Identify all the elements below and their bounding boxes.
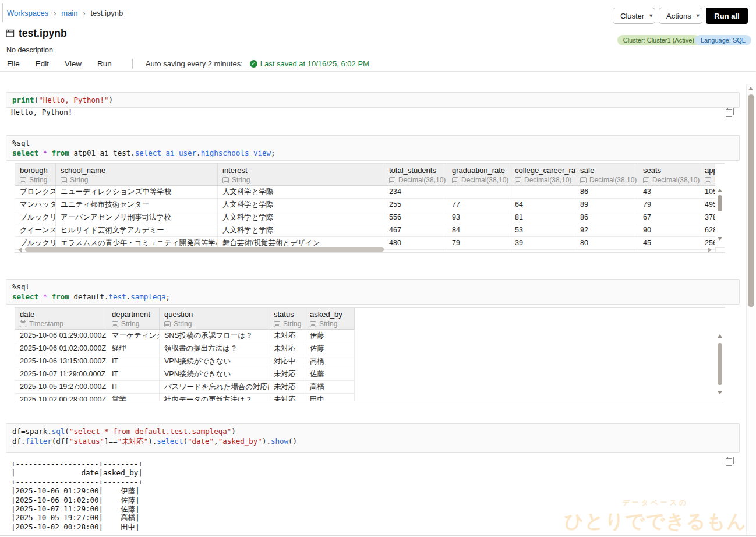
cluster-dropdown-button[interactable]: Cluster ▼ bbox=[613, 8, 655, 24]
copy-icon[interactable] bbox=[726, 457, 734, 466]
breadcrumb-current-file: test.ipynb bbox=[90, 9, 123, 17]
table-cell: 67 bbox=[638, 211, 700, 224]
table-cell: 人文科学と学際 bbox=[218, 186, 384, 199]
copy-icon[interactable] bbox=[726, 108, 734, 117]
page-title: test.ipynb bbox=[19, 27, 67, 40]
table-header-cell: dateTimestamp bbox=[15, 308, 107, 330]
table-cell: 経理 bbox=[107, 342, 160, 355]
scroll-up-icon[interactable] bbox=[748, 87, 753, 90]
table-cell: 田中 bbox=[305, 394, 355, 401]
code-cell-4-editor[interactable]: df=spark.sql("select * from default.test… bbox=[6, 423, 740, 453]
scroll-left-icon[interactable] bbox=[18, 248, 22, 252]
code-cell-3-editor[interactable]: %sqlselect * from default.test.sampleqa; bbox=[6, 279, 740, 305]
table-cell: 45 bbox=[638, 237, 700, 250]
scroll-up-icon[interactable] bbox=[718, 189, 722, 192]
table-cell: 84 bbox=[447, 224, 510, 237]
menu-run[interactable]: Run bbox=[97, 59, 112, 68]
cell-4-output: +-------------------+--------+ | date|as… bbox=[11, 460, 143, 531]
menu-view[interactable]: View bbox=[65, 59, 82, 68]
title-row: test.ipynb bbox=[6, 27, 67, 40]
table-header-cell: applicationsDecimal(38,10) bbox=[700, 164, 715, 186]
menu-edit[interactable]: Edit bbox=[36, 59, 49, 68]
cluster-status-badge: Cluster: Cluster1 (Active) bbox=[617, 35, 700, 45]
scroll-down-icon[interactable] bbox=[718, 391, 722, 394]
menubar-divider bbox=[132, 59, 133, 69]
table-cell: 53 bbox=[510, 224, 575, 237]
table-cell: 佐藤 bbox=[305, 368, 355, 381]
table-cell: 領収書の提出方法は？ bbox=[160, 342, 269, 355]
decimal-type-icon bbox=[705, 177, 711, 183]
table-cell: ブルックリン bbox=[15, 211, 56, 224]
table-cell: 93 bbox=[447, 211, 510, 224]
table-cell: 営業 bbox=[107, 394, 160, 401]
table1-vertical-scrollbar-thumb[interactable] bbox=[718, 195, 722, 211]
panel-edge-line bbox=[2, 3, 3, 22]
string-type-icon bbox=[112, 321, 118, 327]
breadcrumb-workspaces-link[interactable]: Workspaces bbox=[7, 9, 48, 17]
page-scrollbar[interactable] bbox=[746, 84, 755, 534]
actions-button-label: Actions bbox=[666, 12, 691, 20]
table-row: 2025-10-06 01:02:00.000Z経理領収書の提出方法は？未対応佐… bbox=[15, 342, 715, 355]
run-all-button[interactable]: Run all bbox=[706, 8, 748, 24]
table-cell: マーケティング bbox=[107, 330, 160, 342]
run-all-button-label: Run all bbox=[714, 12, 739, 20]
code-cell-2-editor[interactable]: %sqlselect * from atp01_ai_test.select_a… bbox=[6, 135, 740, 161]
code-line: df.filter(df["status"]=="未対応").select("d… bbox=[12, 436, 733, 446]
actions-dropdown-button[interactable]: Actions ▼ bbox=[659, 8, 702, 24]
table-cell: 未対応 bbox=[269, 381, 305, 394]
table-cell: 256 bbox=[700, 237, 715, 250]
table-cell: 105 bbox=[700, 186, 715, 199]
table-cell: 628 bbox=[700, 224, 715, 237]
table-cell: IT bbox=[107, 355, 160, 368]
window-right-edge bbox=[755, 0, 755, 537]
autosave-label: Auto saving every 2 minutes: bbox=[146, 59, 243, 68]
scrollbar-corner bbox=[715, 247, 725, 252]
scroll-down-icon[interactable] bbox=[718, 237, 722, 241]
table-header-cell: statusString bbox=[269, 308, 305, 330]
table-cell: ユニティ都市技術センター bbox=[56, 199, 218, 211]
table-cell: 対応中 bbox=[269, 355, 305, 368]
table-row: 2025-10-06 13:15:00.000ZITVPN接続ができない対応中高… bbox=[15, 355, 715, 368]
table-cell bbox=[510, 186, 575, 199]
table-cell: 未対応 bbox=[269, 342, 305, 355]
table-cell: IT bbox=[107, 381, 160, 394]
breadcrumb-main-link[interactable]: main bbox=[61, 9, 77, 17]
table-cell: SNS投稿の承認フローは？ bbox=[160, 330, 269, 342]
table2-vertical-scrollbar-thumb[interactable] bbox=[718, 343, 722, 385]
decimal-type-icon bbox=[643, 177, 649, 183]
table-cell: 480 bbox=[384, 237, 447, 250]
page-scrollbar-thumb[interactable] bbox=[748, 94, 754, 307]
decimal-type-icon bbox=[389, 177, 395, 183]
watermark: データベースの ひとりでできるもん bbox=[564, 498, 747, 535]
header-divider bbox=[0, 71, 756, 72]
menu-file[interactable]: File bbox=[7, 59, 20, 68]
table-cell: 80 bbox=[575, 237, 638, 250]
table-cell: 90 bbox=[638, 224, 700, 237]
table1-horizontal-scrollbar-thumb[interactable] bbox=[25, 247, 384, 252]
watermark-small-text: データベースの bbox=[564, 498, 747, 508]
code-cell-1-editor[interactable]: print("Hello, Python!") bbox=[6, 92, 740, 108]
saved-check-icon: ✓ bbox=[250, 60, 257, 68]
chevron-right-icon: › bbox=[83, 9, 85, 17]
window-bottom-edge bbox=[0, 535, 756, 536]
table-cell: 86 bbox=[575, 186, 638, 199]
notebook-description[interactable]: No description bbox=[6, 46, 53, 54]
string-type-icon bbox=[61, 177, 67, 183]
table-cell: 未対応 bbox=[269, 368, 305, 381]
table-header-cell: school_nameString bbox=[56, 164, 218, 186]
table-cell: 255 bbox=[384, 199, 447, 211]
string-type-icon bbox=[274, 321, 280, 327]
scroll-right-icon[interactable] bbox=[708, 248, 712, 252]
table-cell: 64 bbox=[510, 199, 575, 211]
table-row: 2025-10-06 01:29:00.000ZマーケティングSNS投稿の承認フ… bbox=[15, 330, 715, 342]
code-line: df=spark.sql("select * from default.test… bbox=[12, 426, 733, 436]
decimal-type-icon bbox=[580, 177, 587, 183]
table-header-row: boroughStringschool_nameStringinterestSt… bbox=[15, 164, 715, 186]
scroll-up-icon[interactable] bbox=[718, 334, 722, 338]
table-cell: 高橋 bbox=[305, 381, 355, 394]
notebook-app-window: Workspaces › main › test.ipynb Cluster ▼… bbox=[0, 0, 756, 537]
table-cell: 378 bbox=[700, 211, 715, 224]
code-line: %sql bbox=[12, 282, 733, 292]
table-cell: 92 bbox=[575, 224, 638, 237]
table-cell: 77 bbox=[447, 199, 510, 211]
